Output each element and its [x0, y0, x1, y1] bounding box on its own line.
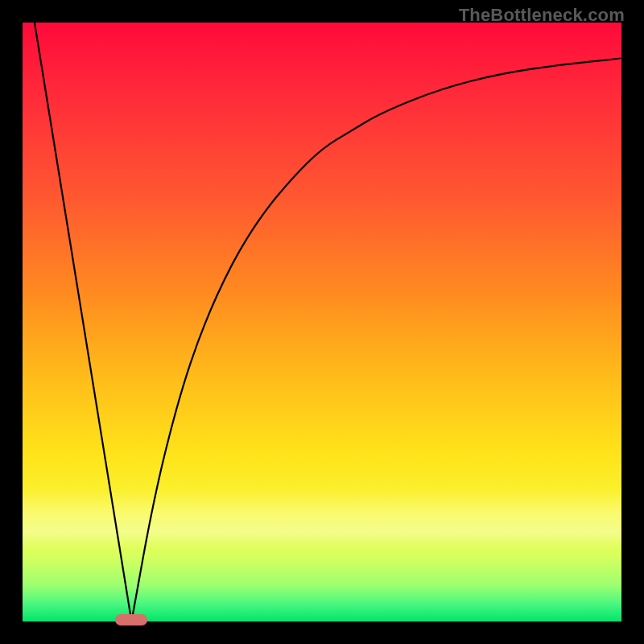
left-descent-line	[35, 23, 131, 621]
chart-frame: TheBottleneck.com	[0, 0, 644, 644]
right-ascent-curve	[131, 59, 621, 621]
curve-layer	[23, 23, 621, 621]
bottleneck-floor-marker	[115, 614, 147, 625]
plot-area	[23, 23, 621, 621]
